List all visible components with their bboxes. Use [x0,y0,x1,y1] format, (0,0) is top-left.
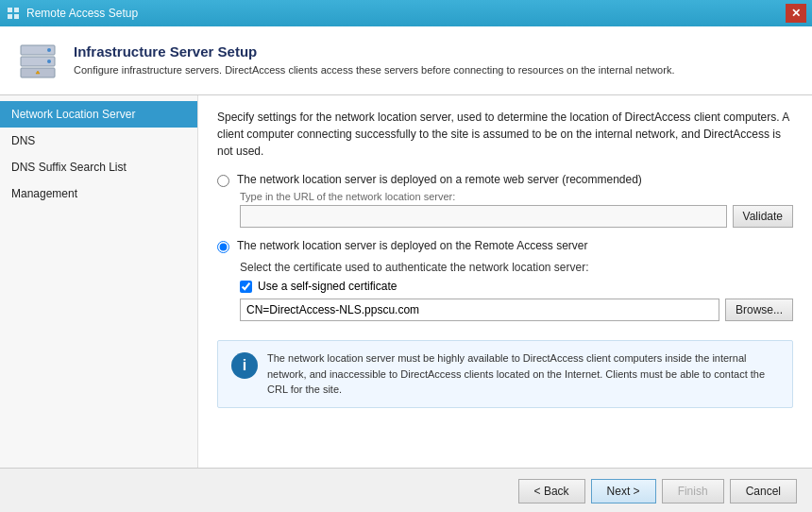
content-area: Specify settings for the network locatio… [198,95,812,468]
back-button[interactable]: < Back [518,479,585,503]
finish-button[interactable]: Finish [662,479,724,503]
radio-option-2-input[interactable] [217,241,229,253]
radio-option-1-input[interactable] [217,175,229,187]
title-bar-title: Remote Access Setup [26,7,138,20]
radio-group-remote-access: The network location server is deployed … [217,239,793,321]
info-icon: i [231,352,258,379]
svg-rect-0 [8,8,12,12]
sidebar-item-management[interactable]: Management [0,180,197,207]
close-button[interactable]: ✕ [786,4,806,23]
radio-group-remote: The network location server is deployed … [217,173,793,228]
svg-rect-2 [8,14,12,19]
self-signed-cert-checkbox[interactable] [240,281,252,293]
info-box: i The network location server must be hi… [217,340,793,408]
browse-button[interactable]: Browse... [725,299,793,321]
title-bar: Remote Access Setup ✕ [0,0,812,26]
header-description: Configure infrastructure servers. Direct… [74,63,674,77]
header-title: Infrastructure Server Setup [74,43,674,60]
sidebar-item-dns[interactable]: DNS [0,128,197,154]
info-text: The network location server must be high… [267,350,779,398]
title-bar-left: Remote Access Setup [6,6,138,21]
footer: < Back Next > Finish Cancel [0,468,812,512]
content-description: Specify settings for the network locatio… [217,109,793,160]
cancel-button[interactable]: Cancel [730,479,797,503]
url-label: Type in the URL of the network location … [240,191,793,202]
url-input-row: Validate [240,205,793,228]
self-signed-cert-label: Use a self-signed certificate [258,280,397,293]
cert-value-row: Browse... [240,299,793,321]
cert-option-area: Select the certificate used to authentic… [240,261,793,321]
sidebar-item-dns-suffix-search-list[interactable]: DNS Suffix Search List [0,154,197,180]
cert-subLabel: Select the certificate used to authentic… [240,261,793,274]
next-button[interactable]: Next > [591,479,656,503]
svg-point-8 [47,60,51,63]
app-icon [6,6,21,21]
cert-value-input[interactable] [240,299,719,321]
header-text: Infrastructure Server Setup Configure in… [74,43,674,77]
sidebar-item-network-location-server[interactable]: Network Location Server [0,101,197,128]
svg-point-7 [47,48,51,52]
url-input[interactable] [240,205,727,228]
validate-button[interactable]: Validate [733,205,793,228]
header-icon [15,38,60,83]
svg-rect-1 [14,8,19,12]
radio-option-2-label[interactable]: The network location server is deployed … [217,239,793,253]
self-signed-cert-row: Use a self-signed certificate [240,280,793,293]
svg-rect-3 [14,14,19,19]
sidebar: Network Location Server DNS DNS Suffix S… [0,95,198,468]
radio-option-1-subfield: Type in the URL of the network location … [240,191,793,228]
header: Infrastructure Server Setup Configure in… [0,26,812,95]
radio-option-1-label[interactable]: The network location server is deployed … [217,173,793,187]
main-area: Network Location Server DNS DNS Suffix S… [0,95,812,468]
